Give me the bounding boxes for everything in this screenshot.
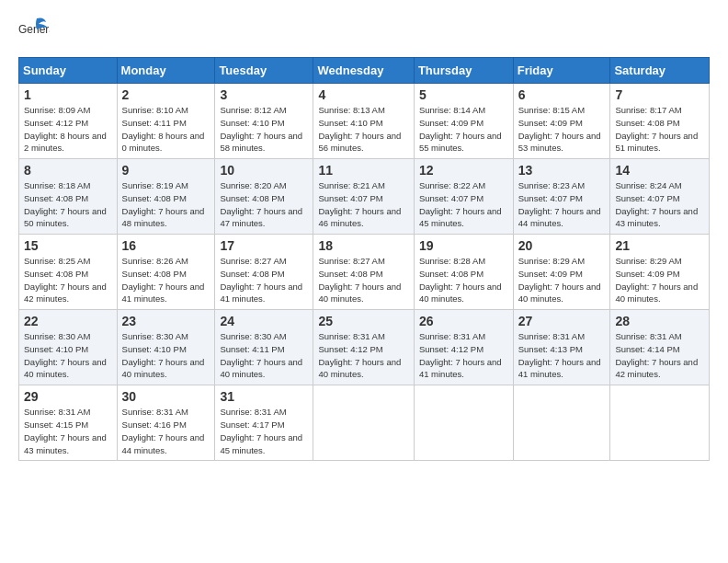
day-number: 2 bbox=[122, 87, 210, 102]
day-info: Sunrise: 8:12 AMSunset: 4:10 PMDaylight:… bbox=[220, 104, 308, 155]
calendar-day-header: Saturday bbox=[610, 58, 710, 84]
logo: General bbox=[18, 15, 53, 46]
day-number: 4 bbox=[318, 87, 408, 102]
calendar-cell: 24Sunrise: 8:30 AMSunset: 4:11 PMDayligh… bbox=[215, 310, 313, 385]
day-number: 13 bbox=[518, 163, 606, 178]
calendar-cell: 8Sunrise: 8:18 AMSunset: 4:08 PMDaylight… bbox=[19, 159, 118, 235]
page-header: General bbox=[18, 15, 710, 46]
calendar-cell bbox=[513, 385, 610, 461]
day-info: Sunrise: 8:18 AMSunset: 4:08 PMDaylight:… bbox=[24, 179, 112, 230]
day-info: Sunrise: 8:29 AMSunset: 4:09 PMDaylight:… bbox=[518, 255, 606, 305]
calendar-cell: 20Sunrise: 8:29 AMSunset: 4:09 PMDayligh… bbox=[513, 235, 610, 310]
day-number: 18 bbox=[318, 238, 408, 253]
calendar-cell: 25Sunrise: 8:31 AMSunset: 4:12 PMDayligh… bbox=[313, 310, 414, 385]
day-info: Sunrise: 8:28 AMSunset: 4:08 PMDaylight:… bbox=[419, 255, 508, 305]
calendar-cell: 7Sunrise: 8:17 AMSunset: 4:08 PMDaylight… bbox=[610, 84, 710, 159]
day-number: 30 bbox=[122, 389, 210, 404]
calendar-week-row: 22Sunrise: 8:30 AMSunset: 4:10 PMDayligh… bbox=[19, 310, 710, 385]
day-number: 14 bbox=[615, 163, 704, 178]
day-info: Sunrise: 8:31 AMSunset: 4:16 PMDaylight:… bbox=[122, 406, 210, 456]
day-info: Sunrise: 8:31 AMSunset: 4:17 PMDaylight:… bbox=[220, 406, 308, 456]
day-info: Sunrise: 8:30 AMSunset: 4:10 PMDaylight:… bbox=[122, 330, 210, 381]
day-number: 5 bbox=[419, 87, 508, 102]
calendar-header-row: SundayMondayTuesdayWednesdayThursdayFrid… bbox=[19, 58, 710, 84]
calendar-cell: 1Sunrise: 8:09 AMSunset: 4:12 PMDaylight… bbox=[19, 84, 118, 159]
day-info: Sunrise: 8:13 AMSunset: 4:10 PMDaylight:… bbox=[318, 104, 408, 155]
day-number: 29 bbox=[24, 389, 112, 404]
calendar-day-header: Sunday bbox=[19, 58, 118, 84]
calendar-cell: 5Sunrise: 8:14 AMSunset: 4:09 PMDaylight… bbox=[414, 84, 513, 159]
calendar-table: SundayMondayTuesdayWednesdayThursdayFrid… bbox=[18, 57, 710, 461]
day-info: Sunrise: 8:24 AMSunset: 4:07 PMDaylight:… bbox=[615, 179, 704, 230]
day-info: Sunrise: 8:31 AMSunset: 4:14 PMDaylight:… bbox=[615, 330, 704, 381]
day-info: Sunrise: 8:30 AMSunset: 4:11 PMDaylight:… bbox=[220, 330, 308, 381]
calendar-cell: 15Sunrise: 8:25 AMSunset: 4:08 PMDayligh… bbox=[19, 235, 118, 310]
calendar-cell: 16Sunrise: 8:26 AMSunset: 4:08 PMDayligh… bbox=[117, 235, 215, 310]
day-info: Sunrise: 8:27 AMSunset: 4:08 PMDaylight:… bbox=[318, 255, 408, 305]
calendar-cell: 10Sunrise: 8:20 AMSunset: 4:08 PMDayligh… bbox=[215, 159, 313, 235]
day-number: 19 bbox=[419, 238, 508, 253]
day-info: Sunrise: 8:20 AMSunset: 4:08 PMDaylight:… bbox=[220, 179, 308, 230]
day-number: 11 bbox=[318, 163, 408, 178]
day-info: Sunrise: 8:10 AMSunset: 4:11 PMDaylight:… bbox=[122, 104, 210, 155]
calendar-cell: 30Sunrise: 8:31 AMSunset: 4:16 PMDayligh… bbox=[117, 385, 215, 461]
day-info: Sunrise: 8:14 AMSunset: 4:09 PMDaylight:… bbox=[419, 104, 508, 155]
calendar-week-row: 8Sunrise: 8:18 AMSunset: 4:08 PMDaylight… bbox=[19, 159, 710, 235]
day-info: Sunrise: 8:27 AMSunset: 4:08 PMDaylight:… bbox=[220, 255, 308, 305]
day-number: 24 bbox=[220, 314, 308, 328]
calendar-cell bbox=[414, 385, 513, 461]
day-info: Sunrise: 8:31 AMSunset: 4:12 PMDaylight:… bbox=[419, 330, 508, 381]
day-info: Sunrise: 8:23 AMSunset: 4:07 PMDaylight:… bbox=[518, 179, 606, 230]
calendar-cell: 12Sunrise: 8:22 AMSunset: 4:07 PMDayligh… bbox=[414, 159, 513, 235]
calendar-cell: 4Sunrise: 8:13 AMSunset: 4:10 PMDaylight… bbox=[313, 84, 414, 159]
calendar-cell: 6Sunrise: 8:15 AMSunset: 4:09 PMDaylight… bbox=[513, 84, 610, 159]
logo-bird-icon: General bbox=[18, 15, 50, 46]
day-number: 6 bbox=[518, 87, 606, 102]
day-number: 22 bbox=[24, 314, 112, 328]
calendar-cell: 11Sunrise: 8:21 AMSunset: 4:07 PMDayligh… bbox=[313, 159, 414, 235]
day-number: 20 bbox=[518, 238, 606, 253]
day-info: Sunrise: 8:31 AMSunset: 4:12 PMDaylight:… bbox=[318, 330, 408, 381]
day-number: 7 bbox=[615, 87, 704, 102]
day-info: Sunrise: 8:29 AMSunset: 4:09 PMDaylight:… bbox=[615, 255, 704, 305]
calendar-cell bbox=[610, 385, 710, 461]
day-number: 15 bbox=[24, 238, 112, 253]
calendar-week-row: 29Sunrise: 8:31 AMSunset: 4:15 PMDayligh… bbox=[19, 385, 710, 461]
day-info: Sunrise: 8:31 AMSunset: 4:13 PMDaylight:… bbox=[518, 330, 606, 381]
calendar-cell: 9Sunrise: 8:19 AMSunset: 4:08 PMDaylight… bbox=[117, 159, 215, 235]
day-number: 28 bbox=[615, 314, 704, 328]
calendar-day-header: Thursday bbox=[414, 58, 513, 84]
day-number: 3 bbox=[220, 87, 308, 102]
calendar-day-header: Monday bbox=[117, 58, 215, 84]
day-info: Sunrise: 8:30 AMSunset: 4:10 PMDaylight:… bbox=[24, 330, 112, 381]
calendar-day-header: Friday bbox=[513, 58, 610, 84]
calendar-cell: 13Sunrise: 8:23 AMSunset: 4:07 PMDayligh… bbox=[513, 159, 610, 235]
calendar-cell: 2Sunrise: 8:10 AMSunset: 4:11 PMDaylight… bbox=[117, 84, 215, 159]
calendar-day-header: Wednesday bbox=[313, 58, 414, 84]
calendar-cell: 14Sunrise: 8:24 AMSunset: 4:07 PMDayligh… bbox=[610, 159, 710, 235]
day-info: Sunrise: 8:22 AMSunset: 4:07 PMDaylight:… bbox=[419, 179, 508, 230]
day-number: 16 bbox=[122, 238, 210, 253]
calendar-cell: 26Sunrise: 8:31 AMSunset: 4:12 PMDayligh… bbox=[414, 310, 513, 385]
day-number: 27 bbox=[518, 314, 606, 328]
calendar-cell: 21Sunrise: 8:29 AMSunset: 4:09 PMDayligh… bbox=[610, 235, 710, 310]
day-info: Sunrise: 8:25 AMSunset: 4:08 PMDaylight:… bbox=[24, 255, 112, 305]
calendar-week-row: 15Sunrise: 8:25 AMSunset: 4:08 PMDayligh… bbox=[19, 235, 710, 310]
day-info: Sunrise: 8:17 AMSunset: 4:08 PMDaylight:… bbox=[615, 104, 704, 155]
day-info: Sunrise: 8:09 AMSunset: 4:12 PMDaylight:… bbox=[24, 104, 112, 155]
day-number: 17 bbox=[220, 238, 308, 253]
day-number: 12 bbox=[419, 163, 508, 178]
calendar-cell: 22Sunrise: 8:30 AMSunset: 4:10 PMDayligh… bbox=[19, 310, 118, 385]
calendar-cell: 23Sunrise: 8:30 AMSunset: 4:10 PMDayligh… bbox=[117, 310, 215, 385]
svg-text:General: General bbox=[18, 23, 50, 36]
day-info: Sunrise: 8:31 AMSunset: 4:15 PMDaylight:… bbox=[24, 406, 112, 456]
day-info: Sunrise: 8:26 AMSunset: 4:08 PMDaylight:… bbox=[122, 255, 210, 305]
day-number: 10 bbox=[220, 163, 308, 178]
day-number: 31 bbox=[220, 389, 308, 404]
day-number: 23 bbox=[122, 314, 210, 328]
calendar-cell: 18Sunrise: 8:27 AMSunset: 4:08 PMDayligh… bbox=[313, 235, 414, 310]
day-info: Sunrise: 8:21 AMSunset: 4:07 PMDaylight:… bbox=[318, 179, 408, 230]
day-number: 8 bbox=[24, 163, 112, 178]
day-info: Sunrise: 8:19 AMSunset: 4:08 PMDaylight:… bbox=[122, 179, 210, 230]
calendar-week-row: 1Sunrise: 8:09 AMSunset: 4:12 PMDaylight… bbox=[19, 84, 710, 159]
